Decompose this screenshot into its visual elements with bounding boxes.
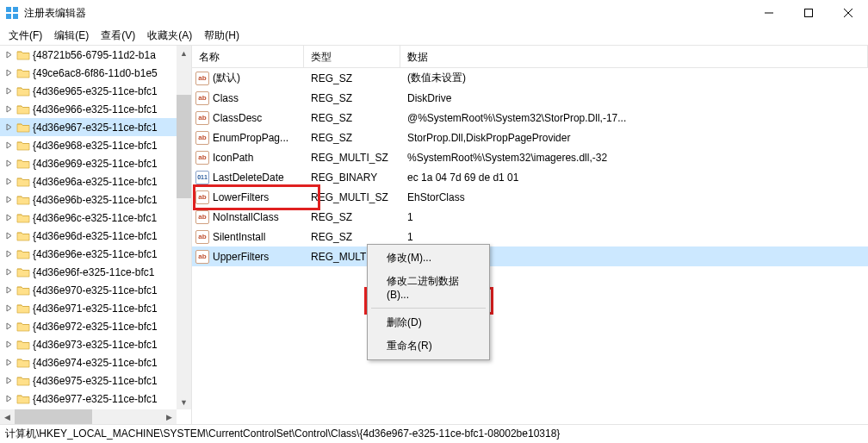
tree-item[interactable]: {4d36e977-e325-11ce-bfc1 (0, 390, 191, 408)
tree-item[interactable]: {4d36e968-e325-11ce-bfc1 (0, 136, 191, 154)
tree-expander-icon[interactable] (5, 177, 15, 186)
tree-expander-icon[interactable] (5, 50, 15, 59)
tree-scrollbar-vertical[interactable]: ▲ ▼ (177, 46, 191, 409)
tree-item-label: {4d36e971-e325-11ce-bfc1 (33, 303, 158, 315)
folder-icon (16, 338, 30, 352)
value-type: REG_SZ (304, 92, 400, 104)
tree-item[interactable]: {48721b56-6795-11d2-b1a (0, 46, 191, 64)
tree-item[interactable]: {4d36e973-e325-11ce-bfc1 (0, 335, 191, 353)
tree-expander-icon[interactable] (5, 86, 15, 96)
tree-expander-icon[interactable] (5, 321, 15, 331)
tree-expander-icon[interactable] (5, 159, 15, 168)
string-value-icon: ab (195, 151, 209, 165)
value-data: EhStorClass (400, 191, 868, 203)
context-menu-rename[interactable]: 重命名(R) (369, 334, 487, 358)
tree-expander-icon[interactable] (5, 376, 15, 385)
tree-item[interactable]: {4d36e96c-e325-11ce-bfc1 (0, 209, 191, 227)
tree-scrollbar-horizontal[interactable]: ◀ ▶ (0, 409, 177, 424)
tree-item[interactable]: {4d36e96d-e325-11ce-bfc1 (0, 227, 191, 245)
folder-icon (16, 193, 30, 207)
tree-item[interactable]: {4d36e975-e325-11ce-bfc1 (0, 371, 191, 390)
folder-icon (16, 48, 30, 62)
string-value-icon: ab (195, 210, 209, 224)
folder-icon (16, 139, 30, 153)
scroll-thumb[interactable] (177, 95, 191, 198)
status-bar: 计算机\HKEY_LOCAL_MACHINE\SYSTEM\CurrentCon… (0, 424, 868, 443)
tree-item[interactable]: {4d36e969-e325-11ce-bfc1 (0, 154, 191, 172)
list-row[interactable]: abUpperFiltersREG_MULTI_SZPartMgr (192, 246, 868, 266)
list-row[interactable]: abNoInstallClassREG_SZ1 (192, 207, 868, 227)
tree-item[interactable]: {49ce6ac8-6f86-11d0-b1e5 (0, 64, 191, 82)
scroll-thumb[interactable] (15, 409, 92, 424)
context-menu-modify[interactable]: 修改(M)... (369, 246, 487, 270)
maximize-button[interactable] (789, 0, 828, 26)
value-name: (默认) (213, 71, 240, 85)
tree-expander-icon[interactable] (5, 249, 15, 259)
column-header-type[interactable]: 类型 (304, 46, 400, 67)
window-title: 注册表编辑器 (24, 6, 749, 21)
menu-file[interactable]: 文件(F) (3, 27, 47, 45)
list-row[interactable]: abClassREG_SZDiskDrive (192, 88, 868, 108)
tree-expander-icon[interactable] (5, 140, 15, 150)
menu-edit[interactable]: 编辑(E) (49, 27, 94, 45)
tree-item-label: {4d36e969-e325-11ce-bfc1 (33, 158, 158, 170)
tree-item-label: {4d36e977-e325-11ce-bfc1 (33, 393, 158, 405)
context-menu-modify-binary[interactable]: 修改二进制数据(B)... (369, 270, 487, 305)
tree-expander-icon[interactable] (5, 267, 15, 277)
string-value-icon: ab (195, 131, 209, 145)
tree-item[interactable]: {4d36e970-e325-11ce-bfc1 (0, 281, 191, 299)
tree-item[interactable]: {4d36e967-e325-11ce-bfc1 (0, 118, 191, 136)
list-row[interactable]: abEnumPropPag...REG_SZStorProp.Dll,DiskP… (192, 128, 868, 147)
tree-expander-icon[interactable] (5, 394, 15, 403)
tree-expander-icon[interactable] (5, 285, 15, 295)
scroll-up-icon[interactable]: ▲ (177, 46, 191, 60)
tree-expander-icon[interactable] (5, 104, 15, 114)
scroll-down-icon[interactable]: ▼ (177, 395, 191, 409)
value-data: (数值未设置) (400, 71, 868, 85)
tree-item[interactable]: {4d36e974-e325-11ce-bfc1 (0, 353, 191, 371)
list-row[interactable]: abSilentInstallREG_SZ1 (192, 227, 868, 246)
tree-item-label: {4d36e96e-e325-11ce-bfc1 (33, 248, 158, 260)
list-row[interactable]: 011LastDeleteDateREG_BINARYec 1a 04 7d 6… (192, 167, 868, 187)
tree-expander-icon[interactable] (5, 195, 15, 204)
svg-rect-2 (6, 14, 11, 19)
tree-item[interactable]: {4d36e96e-e325-11ce-bfc1 (0, 245, 191, 263)
tree-expander-icon[interactable] (5, 303, 15, 313)
list-row[interactable]: abClassDescREG_SZ@%SystemRoot%\System32\… (192, 108, 868, 128)
tree-item[interactable]: {4d36e96a-e325-11ce-bfc1 (0, 172, 191, 190)
scroll-right-icon[interactable]: ▶ (162, 409, 177, 424)
tree-item-label: {48721b56-6795-11d2-b1a (33, 49, 156, 61)
scroll-left-icon[interactable]: ◀ (0, 409, 15, 424)
tree-item[interactable]: {4d36e96b-e325-11ce-bfc1 (0, 190, 191, 209)
tree-expander-icon[interactable] (5, 358, 15, 367)
tree-item-label: {4d36e96b-e325-11ce-bfc1 (33, 194, 158, 206)
string-value-icon: ab (195, 190, 209, 204)
tree-expander-icon[interactable] (5, 340, 15, 349)
list-row[interactable]: abLowerFiltersREG_MULTI_SZEhStorClass (192, 187, 868, 207)
string-value-icon: ab (195, 91, 209, 105)
svg-rect-5 (805, 9, 813, 17)
tree-item-label: {4d36e967-e325-11ce-bfc1 (33, 122, 158, 134)
list-body: ab(默认)REG_SZ(数值未设置)abClassREG_SZDiskDriv… (192, 68, 868, 424)
context-menu-delete[interactable]: 删除(D) (369, 311, 487, 334)
menu-favorites[interactable]: 收藏夹(A) (142, 27, 197, 45)
minimize-button[interactable] (749, 0, 789, 26)
tree-expander-icon[interactable] (5, 122, 15, 132)
tree-item[interactable]: {4d36e971-e325-11ce-bfc1 (0, 299, 191, 317)
close-button[interactable] (828, 0, 868, 26)
tree-item[interactable]: {4d36e965-e325-11ce-bfc1 (0, 82, 191, 100)
list-row[interactable]: abIconPathREG_MULTI_SZ%SystemRoot%\Syste… (192, 147, 868, 167)
tree-expander-icon[interactable] (5, 68, 15, 78)
menu-view[interactable]: 查看(V) (96, 27, 140, 45)
svg-rect-0 (6, 7, 11, 12)
tree-expander-icon[interactable] (5, 213, 15, 222)
column-header-name[interactable]: 名称 (192, 46, 304, 67)
tree-item[interactable]: {4d36e96f-e325-11ce-bfc1 (0, 263, 191, 281)
folder-icon (16, 265, 30, 279)
menu-help[interactable]: 帮助(H) (199, 27, 245, 45)
tree-item[interactable]: {4d36e972-e325-11ce-bfc1 (0, 317, 191, 335)
column-header-data[interactable]: 数据 (400, 46, 868, 67)
tree-item[interactable]: {4d36e966-e325-11ce-bfc1 (0, 100, 191, 118)
tree-expander-icon[interactable] (5, 231, 15, 240)
list-row[interactable]: ab(默认)REG_SZ(数值未设置) (192, 68, 868, 88)
